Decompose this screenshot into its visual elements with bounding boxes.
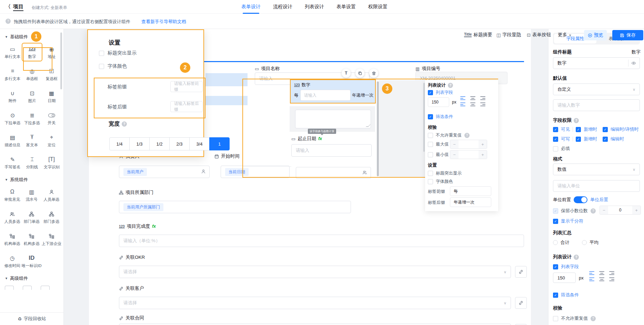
mini-no-duplicate-option[interactable]: 不允许重复值?	[428, 132, 470, 138]
sidebar-scrollbar[interactable]	[60, 32, 62, 89]
checkbox-checked-icon[interactable]: ✓	[553, 264, 558, 269]
main-tab[interactable]: 表单设置	[336, 0, 356, 14]
checkbox-checked-icon[interactable]: ✓	[553, 127, 558, 132]
align-center-icon[interactable]	[599, 277, 604, 281]
help-doc-link[interactable]: 查看新手引导帮助文档	[141, 19, 186, 25]
mini-prefix-input[interactable]: 每	[450, 186, 491, 196]
checkbox-checked-icon[interactable]: ✓	[603, 127, 608, 132]
sidebar-component-divider[interactable]: ⌶分割线	[22, 154, 42, 171]
align-left-icon[interactable]	[589, 271, 594, 275]
date-range-input[interactable]: 请输入	[291, 144, 372, 157]
mini-max-stepper[interactable]: −+	[450, 140, 487, 149]
sidebar-component-signature[interactable]: ✎手写签名	[3, 154, 22, 171]
mini-filter-option[interactable]: ✓ 筛选条件	[428, 114, 453, 120]
sidebar-component-locate[interactable]: ⌖定位	[42, 132, 61, 149]
width-option-button[interactable]: 2/3	[169, 137, 190, 150]
align-right-icon[interactable]	[480, 96, 485, 100]
mini-min-option[interactable]: 最小值	[428, 152, 449, 158]
unit-input[interactable]: 请输入单位	[553, 180, 640, 192]
sidebar-component-org-single[interactable]: 机构单选	[3, 230, 22, 248]
sidebar-component-serial[interactable]: ▥流水号	[22, 186, 42, 204]
copy-icon[interactable]	[355, 69, 364, 78]
font-color-option[interactable]: 字体颜色	[99, 63, 127, 69]
department-input[interactable]: 当前用户所属部门	[119, 201, 351, 213]
checkbox-checked-icon[interactable]: ✓	[553, 219, 558, 224]
sidebar-group-title[interactable]: ▼高级组件	[0, 270, 63, 284]
sidebar-component-image[interactable]: ⊡图片	[22, 88, 42, 105]
okr-select[interactable]: 请选择∨	[119, 266, 511, 278]
list-width-input[interactable]: 150	[553, 273, 576, 283]
textarea-field[interactable]	[295, 110, 371, 128]
thousand-option[interactable]: ✓ 显示千分符	[553, 218, 583, 224]
number-component-card[interactable]: 123 数字 每 请输入 年递增一次	[290, 79, 376, 104]
sidebar-component-switch[interactable]: 开关	[42, 110, 61, 127]
rename-icon[interactable]: T	[342, 69, 351, 78]
main-tab[interactable]: 列表设计	[305, 0, 324, 14]
width-option-button[interactable]: 1/4	[109, 137, 130, 150]
completion-input[interactable]: 请输入（单位:%）	[119, 235, 524, 247]
sidebar-component-modify-time[interactable]: ◷修改时间	[3, 253, 22, 270]
plus-icon[interactable]: +	[479, 140, 487, 148]
sidebar-component-address[interactable]: ◉地址	[42, 43, 61, 61]
sidebar-component-select-multi[interactable]: ≣下拉多选	[22, 110, 42, 127]
sidebar-component-checkbox[interactable]: ☑复选框	[42, 66, 61, 83]
checkbox-icon[interactable]	[428, 142, 433, 147]
form-button-button[interactable]: ⊡ 表单按钮	[527, 32, 551, 38]
customer-link-button[interactable]	[515, 297, 527, 309]
checkbox-checked-icon[interactable]: ✓	[603, 137, 608, 142]
sidebar-component-date[interactable]: ▦日期	[42, 88, 61, 105]
save-button[interactable]: 保存	[612, 30, 643, 40]
align-center-icon[interactable]	[470, 102, 475, 106]
main-tab[interactable]: 权限设置	[368, 0, 388, 14]
mini-min-stepper[interactable]: −+	[450, 150, 487, 159]
sidebar-component-person-multi[interactable]: 人员多选	[3, 208, 22, 226]
comp-title-input[interactable]: 数字	[553, 57, 640, 69]
mini-panel-scrollbar[interactable]	[423, 83, 425, 152]
eye-icon[interactable]	[631, 61, 636, 66]
highlight-title-option[interactable]: 标题突出显示	[99, 50, 137, 56]
checkbox-checked-icon[interactable]: ✓	[576, 127, 581, 132]
sidebar-component-text-multi[interactable]: ≡多行文本	[3, 66, 22, 83]
decimal-option[interactable]: ✓ 保留小数位数?	[553, 208, 596, 214]
owner-input[interactable]: 当前用户	[119, 166, 210, 178]
checkbox-icon[interactable]	[99, 64, 104, 69]
align-left-icon[interactable]	[460, 102, 465, 106]
checkbox-checked-icon[interactable]: ✓	[576, 137, 581, 142]
align-left-icon[interactable]	[589, 277, 594, 281]
checkbox-icon[interactable]	[553, 316, 558, 321]
decimal-stepper[interactable]: − 0 +	[600, 206, 641, 215]
start-time-input[interactable]: 当前日期	[221, 166, 290, 178]
align-left-icon[interactable]	[460, 96, 465, 100]
sidebar-component-richtext[interactable]: Ŧ富文本	[22, 132, 42, 149]
mini-highlight-option[interactable]: 标题突出显示	[428, 170, 462, 176]
mini-width-input[interactable]: 150	[428, 97, 449, 107]
sidebar-component-person-single[interactable]: 人员单选	[42, 186, 62, 204]
checkbox-checked-icon[interactable]: ✓	[553, 137, 558, 142]
mini-suffix-input[interactable]: 年递增一次	[450, 197, 491, 207]
checkbox-icon[interactable]	[428, 133, 433, 138]
sidebar-component-text-single[interactable]: ▭单行文本	[3, 43, 22, 61]
width-option-button[interactable]: 1/3	[129, 137, 150, 150]
align-right-icon[interactable]	[609, 277, 614, 281]
field-recycle-bin[interactable]: ♻ 字段回收站	[0, 312, 64, 325]
main-tab[interactable]: 表单设计	[241, 0, 261, 14]
checkbox-icon[interactable]	[428, 171, 433, 176]
overlay-scrollbar[interactable]	[377, 81, 379, 176]
radio-icon[interactable]	[553, 240, 558, 245]
default-select[interactable]: 自定义∨	[553, 83, 640, 95]
mini-font-color-option[interactable]: 字体颜色	[428, 179, 453, 185]
plus-icon[interactable]: +	[479, 150, 487, 159]
sidebar-group-title[interactable]: ▼系统组件	[0, 172, 63, 185]
more-button[interactable]: 更多 ∨	[558, 32, 571, 38]
radio-icon[interactable]	[582, 240, 587, 245]
sidebar-component-dept-multi[interactable]: 部门多选	[42, 208, 62, 226]
field-visibility-button[interactable]: ◫ 字段显隐	[496, 32, 521, 38]
sidebar-component-select-single[interactable]: ⊙下拉单选	[3, 110, 22, 127]
owner-tag[interactable]: 当前用户	[123, 168, 147, 176]
align-right-icon[interactable]	[480, 102, 485, 106]
minus-icon[interactable]: −	[450, 140, 459, 148]
suffix-input[interactable]: 请输入标签后缀	[170, 101, 203, 112]
plus-icon[interactable]: +	[632, 206, 641, 214]
okr-link-button[interactable]	[515, 266, 527, 278]
start-time-tag[interactable]: 当前日期	[225, 168, 249, 176]
